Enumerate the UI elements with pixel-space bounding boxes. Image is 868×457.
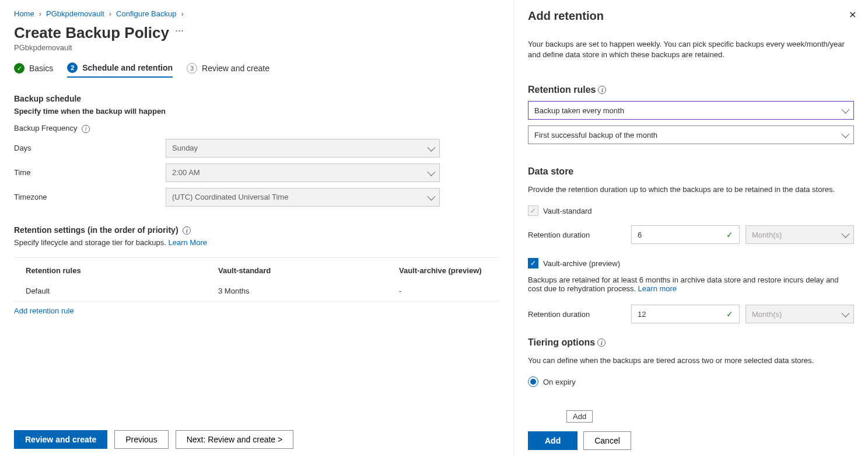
- chevron-right-icon: ›: [178, 9, 186, 18]
- retention-duration-arc-value: 12: [638, 310, 646, 319]
- page-title: Create Backup Policy: [14, 24, 169, 42]
- check-icon: ✓: [726, 230, 733, 239]
- timezone-select[interactable]: (UTC) Coordinated Universal Time: [166, 188, 440, 207]
- days-label: Days: [14, 144, 166, 152]
- cell-rules: Default: [14, 287, 218, 295]
- panel-title: Add retention: [528, 9, 854, 23]
- header-vault-archive: Vault-archive (preview): [399, 266, 499, 275]
- chevron-down-icon: [427, 143, 435, 151]
- info-icon[interactable]: i: [183, 226, 191, 235]
- breadcrumb-configure[interactable]: Configure Backup: [116, 9, 176, 18]
- time-label: Time: [14, 168, 166, 177]
- learn-more-link[interactable]: Learn more: [638, 284, 677, 293]
- retention-unit-std-value: Month(s): [752, 231, 782, 239]
- header-rules: Retention rules: [14, 266, 218, 275]
- previous-button[interactable]: Previous: [114, 430, 168, 449]
- step-schedule[interactable]: 2 Schedule and retention: [67, 62, 173, 78]
- retention-pick-value: First successful backup of the month: [534, 131, 657, 139]
- step-number-icon: 2: [67, 62, 78, 73]
- more-actions-icon[interactable]: ···: [175, 25, 184, 37]
- chevron-down-icon: [841, 309, 849, 318]
- info-icon[interactable]: i: [82, 125, 90, 133]
- backup-frequency-label: Backup Frequency i: [14, 124, 166, 133]
- tiering-options-description: You can define when the backups are tier…: [528, 356, 854, 365]
- on-expiry-label: On expiry: [543, 378, 576, 386]
- chevron-down-icon: [427, 168, 435, 176]
- cancel-button[interactable]: Cancel: [583, 431, 631, 450]
- vault-standard-label: Vault-standard: [543, 207, 592, 215]
- retention-duration-arc-input[interactable]: 12 ✓: [631, 305, 740, 323]
- data-store-title: Data store: [528, 166, 854, 177]
- check-icon: ✓: [726, 309, 733, 319]
- header-vault-standard: Vault-standard: [218, 266, 399, 275]
- vault-archive-checkbox[interactable]: ✓: [528, 258, 538, 268]
- add-button[interactable]: Add: [528, 431, 578, 450]
- chevron-right-icon: ›: [37, 9, 44, 18]
- retention-duration-std-input[interactable]: 6 ✓: [631, 225, 740, 244]
- chevron-right-icon: ›: [107, 9, 114, 18]
- days-value: Sunday: [172, 144, 198, 152]
- retention-unit-std-select[interactable]: Month(s): [746, 225, 854, 244]
- retention-pick-select[interactable]: First successful backup of the month: [528, 125, 854, 144]
- step-number-icon: 3: [187, 63, 197, 74]
- retention-frequency-value: Backup taken every month: [534, 106, 624, 115]
- add-tooltip: Add: [566, 410, 593, 423]
- section-title-retention: Retention settings (in the order of prio…: [14, 225, 499, 235]
- retention-frequency-select[interactable]: Backup taken every month: [528, 101, 854, 120]
- timezone-value: (UTC) Coordinated Universal Time: [172, 193, 288, 201]
- vault-archive-label: Vault-archive (preview): [543, 259, 620, 268]
- chevron-down-icon: [841, 106, 849, 114]
- radio-dot-icon: [530, 379, 536, 385]
- chevron-down-icon: [841, 230, 849, 238]
- close-icon[interactable]: ✕: [849, 9, 856, 20]
- breadcrumb: Home › PGbkpdemovault › Configure Backup…: [14, 9, 499, 18]
- cell-vault-standard: 3 Months: [218, 287, 399, 295]
- retention-unit-arc-value: Month(s): [752, 310, 782, 319]
- data-store-description: Provide the retention duration up to whi…: [528, 185, 854, 194]
- step-label: Schedule and retention: [82, 63, 173, 72]
- breadcrumb-home[interactable]: Home: [14, 9, 34, 18]
- time-value: 2:00 AM: [172, 168, 200, 177]
- time-select[interactable]: 2:00 AM: [166, 163, 440, 182]
- info-icon[interactable]: i: [597, 339, 606, 347]
- retention-table-row: Default 3 Months -: [14, 281, 499, 302]
- breadcrumb-vault[interactable]: PGbkpdemovault: [46, 9, 104, 18]
- cell-vault-archive: -: [399, 287, 499, 295]
- panel-description: Your backups are set to happen weekly. Y…: [528, 39, 854, 60]
- vault-standard-checkbox: ✓: [528, 205, 538, 216]
- page-subtitle: PGbkpdemovault: [14, 43, 499, 52]
- wizard-stepper: ✓ Basics 2 Schedule and retention 3 Revi…: [14, 62, 499, 78]
- section-subtitle-retention: Specify lifecycle and storage tier for b…: [14, 238, 499, 247]
- on-expiry-radio[interactable]: [528, 376, 538, 387]
- learn-more-link[interactable]: Learn More: [168, 238, 206, 247]
- tiering-options-title: Tiering options i: [528, 337, 854, 348]
- days-select[interactable]: Sunday: [166, 139, 440, 158]
- check-circle-icon: ✓: [14, 63, 24, 74]
- step-review[interactable]: 3 Review and create: [187, 62, 270, 78]
- step-basics[interactable]: ✓ Basics: [14, 62, 53, 78]
- retention-duration-std-label: Retention duration: [528, 231, 625, 239]
- retention-unit-arc-select[interactable]: Month(s): [746, 305, 854, 323]
- step-label: Review and create: [202, 64, 270, 73]
- chevron-down-icon: [841, 130, 849, 138]
- retention-duration-std-value: 6: [638, 231, 642, 239]
- info-icon[interactable]: i: [598, 86, 606, 94]
- next-button[interactable]: Next: Review and create >: [176, 430, 294, 449]
- section-title-schedule: Backup schedule: [14, 94, 499, 103]
- chevron-down-icon: [427, 192, 435, 200]
- review-and-create-button[interactable]: Review and create: [14, 430, 107, 449]
- panel-footer: Add Add Cancel: [528, 424, 854, 457]
- retention-duration-arc-label: Retention duration: [528, 310, 625, 319]
- timezone-label: Timezone: [14, 193, 166, 201]
- retention-rules-title: Retention rules i: [528, 85, 854, 95]
- step-label: Basics: [29, 64, 53, 73]
- section-subtitle-schedule: Specify time when the backup will happen: [14, 107, 499, 116]
- add-retention-rule-link[interactable]: Add retention rule: [14, 306, 74, 315]
- retention-table-header: Retention rules Vault-standard Vault-arc…: [14, 257, 499, 281]
- wizard-footer: Review and create Previous Next: Review …: [14, 422, 499, 457]
- vault-archive-description: Backups are retained for at least 6 mont…: [528, 275, 854, 293]
